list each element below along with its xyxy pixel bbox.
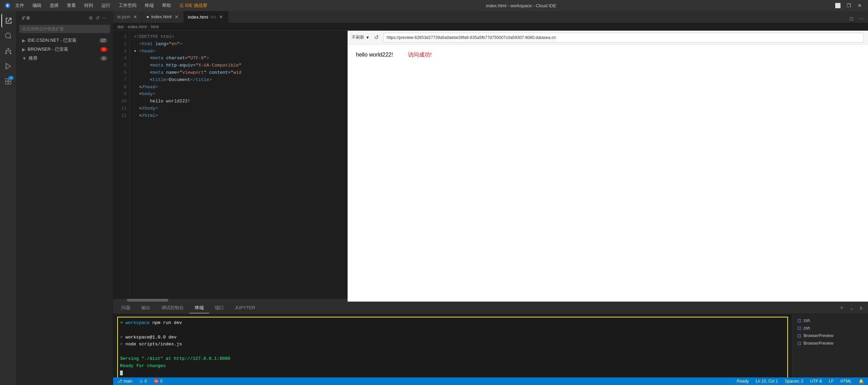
status-warnings[interactable]: ⚠ 0 <box>138 379 148 384</box>
menu-run[interactable]: 运行 <box>100 2 112 9</box>
line-numbers: 1 2 3 4 5 6 7 8 9 10 11 12 <box>113 31 130 299</box>
more-actions-button[interactable]: ⋯ <box>857 14 865 23</box>
svg-rect-7 <box>5 79 8 81</box>
breadcrumb-dist[interactable]: dist <box>117 24 124 29</box>
panel-tab-output[interactable]: 输出 <box>136 303 156 313</box>
code-line-10: hello world222! <box>134 98 347 105</box>
status-branch[interactable]: ⎇ main <box>116 379 134 384</box>
panel-tab-problems[interactable]: 问题 <box>116 303 136 313</box>
tab-ie-json[interactable]: ie.json ✕ <box>113 11 142 23</box>
svg-rect-10 <box>8 82 11 84</box>
more-icon[interactable]: ⋯ <box>102 15 107 21</box>
sidebar-header: 扩展 ⚙ ↺ ⋯ <box>17 11 113 23</box>
menu-goto[interactable]: 转到 <box>83 2 94 9</box>
close-button[interactable]: ✕ <box>856 2 864 9</box>
panel-tab-bar: 问题 输出 调试控制台 终端 端口 JUPYTER + ⌄ ∧ <box>113 302 868 314</box>
editor-area: ie.json ✕ ● index.html ✕ index.html dist… <box>113 11 868 385</box>
tab-index-html-inactive-close[interactable]: ✕ <box>174 14 179 20</box>
titlebar-logo <box>4 2 11 9</box>
sidebar-item-recommended[interactable]: ▼ 推荐 0 <box>17 54 113 63</box>
menu-cloudide[interactable]: 云 IDE 挑战赛 <box>178 2 209 9</box>
tab-active-close[interactable]: ✕ <box>218 14 224 20</box>
tab-index-html-inactive[interactable]: ● index.html ✕ <box>142 11 184 23</box>
breadcrumb-element[interactable]: html <box>151 24 159 29</box>
terminal-entry-browser-preview-2[interactable]: ⊡ BrowserPreview <box>795 340 865 347</box>
panel-maximize-button[interactable]: ∧ <box>857 304 865 312</box>
code-line-2: <html lang="en"> <box>134 41 347 48</box>
refresh-button[interactable]: ↺ <box>372 33 381 42</box>
add-terminal-button[interactable]: + <box>838 304 846 312</box>
terminal-output: ➜ workspace npm run dev > workspace@1.0.… <box>117 317 788 377</box>
tab-ie-json-close[interactable]: ✕ <box>132 14 138 20</box>
minimize-button[interactable]: ⬜ <box>834 2 842 9</box>
refresh-icon[interactable]: ↺ <box>96 15 100 21</box>
explorer-icon[interactable] <box>1 14 15 28</box>
source-control-activity-icon[interactable] <box>1 44 15 58</box>
status-notification-icon[interactable]: 🔔 <box>857 379 865 384</box>
panel-tab-jupyter[interactable]: JUPYTER <box>229 303 261 313</box>
code-line-9: <body> <box>134 91 347 98</box>
dropdown-chevron: ▼ <box>366 35 370 40</box>
panel-tab-ports[interactable]: 端口 <box>209 303 229 313</box>
terminal-entry-zsh-1[interactable]: ⊡ zsh <box>795 317 865 324</box>
panel-content: ➜ workspace npm run dev > workspace@1.0.… <box>113 314 868 377</box>
terminal-serving: Serving "./dist" at http://127.0.0.1:808… <box>120 355 785 363</box>
status-bar: ⎇ main ⚠ 0 ⛔ 0 Ready Ln 10, Col 1 Spaces… <box>113 377 868 385</box>
code-line-8: </head> <box>134 84 347 91</box>
code-line-6: <meta name="viewport" content="wid <box>134 69 347 77</box>
maximize-button[interactable]: ❐ <box>845 2 853 9</box>
status-encoding[interactable]: UTF-8 <box>809 379 823 384</box>
activity-bar: 4 <box>0 11 17 385</box>
editor-content[interactable]: 1 2 3 4 5 6 7 8 9 10 11 12 <!DOCTY <box>113 31 347 299</box>
url-bar[interactable] <box>383 33 864 42</box>
scrollbar-thumb <box>127 299 168 302</box>
terminal-browser-preview-1-label: BrowserPreview <box>804 333 834 338</box>
tab-index-html-active-label: index.html <box>188 14 208 20</box>
filter-icon[interactable]: ⚙ <box>89 15 93 21</box>
panel-split-button[interactable]: ⌄ <box>847 304 856 312</box>
svg-marker-5 <box>6 63 10 69</box>
menu-help[interactable]: 帮助 <box>161 2 172 9</box>
terminal-area[interactable]: ➜ workspace npm run dev > workspace@1.0.… <box>113 314 792 377</box>
no-refresh-dropdown[interactable]: 不刷新 ▼ <box>352 34 370 40</box>
status-language[interactable]: HTML <box>839 379 853 384</box>
sidebar-item-ide-csdn[interactable]: ▶ IDE.CSDN.NET - 已安装 27 <box>17 36 113 45</box>
code-area[interactable]: <!DOCTYPE html> <html lang="en"> ▾ <head… <box>130 31 347 299</box>
menu-select[interactable]: 选择 <box>48 2 60 9</box>
svg-point-4 <box>10 53 11 54</box>
run-activity-icon[interactable] <box>1 59 15 73</box>
status-errors[interactable]: ⛔ 0 <box>152 379 164 384</box>
panel-area: 问题 输出 调试控制台 终端 端口 JUPYTER + ⌄ ∧ ➜ w <box>113 302 868 377</box>
terminal-entry-browser-preview-1[interactable]: ⊡ BrowserPreview <box>795 332 865 340</box>
panel-tab-terminal[interactable]: 终端 <box>189 303 209 313</box>
svg-point-2 <box>8 48 9 50</box>
terminal-entry-zsh-2[interactable]: ⊡ zsh <box>795 324 865 332</box>
panel-tab-debug-console[interactable]: 调试控制台 <box>156 303 189 313</box>
extensions-activity-icon[interactable]: 4 <box>1 74 15 88</box>
extensions-search-input[interactable] <box>19 25 110 33</box>
status-spaces[interactable]: Spaces: 2 <box>784 379 805 384</box>
terminal-list-sidebar: ⊡ zsh ⊡ zsh ⊡ BrowserPreview ⊡ BrowserPr… <box>792 314 868 377</box>
editor-scrollbar[interactable] <box>113 299 347 302</box>
tab-index-html-active[interactable]: index.html dist ✕ <box>184 11 228 23</box>
menu-file[interactable]: 文件 <box>14 2 26 9</box>
split-editor-button[interactable]: ⊡ <box>847 14 856 23</box>
tab-bar-end: ⊡ ⋯ <box>845 14 868 23</box>
svg-point-1 <box>5 33 10 38</box>
menu-workspace[interactable]: 工作空间 <box>117 2 138 9</box>
search-activity-icon[interactable] <box>1 29 15 43</box>
branch-icon: ⎇ <box>117 379 122 384</box>
menu-terminal[interactable]: 终端 <box>143 2 155 9</box>
menu-edit[interactable]: 编辑 <box>31 2 43 9</box>
status-eol[interactable]: LF <box>827 379 835 384</box>
breadcrumb-file[interactable]: index.html <box>128 24 147 29</box>
tab-bar: ie.json ✕ ● index.html ✕ index.html dist… <box>113 11 868 23</box>
status-cursor-position[interactable]: Ln 10, Col 1 <box>754 379 779 384</box>
modified-dot: ● <box>147 14 149 19</box>
tab-dist-label: dist <box>210 15 216 19</box>
terminal-zsh-1-label: zsh <box>804 318 810 323</box>
status-ready[interactable]: Ready <box>736 379 750 384</box>
menu-view[interactable]: 查看 <box>66 2 77 9</box>
sidebar-item-browser[interactable]: ▶ BROWSER - 已安装 0 <box>17 45 113 54</box>
terminal-entry-icon: ⊡ <box>797 333 801 338</box>
